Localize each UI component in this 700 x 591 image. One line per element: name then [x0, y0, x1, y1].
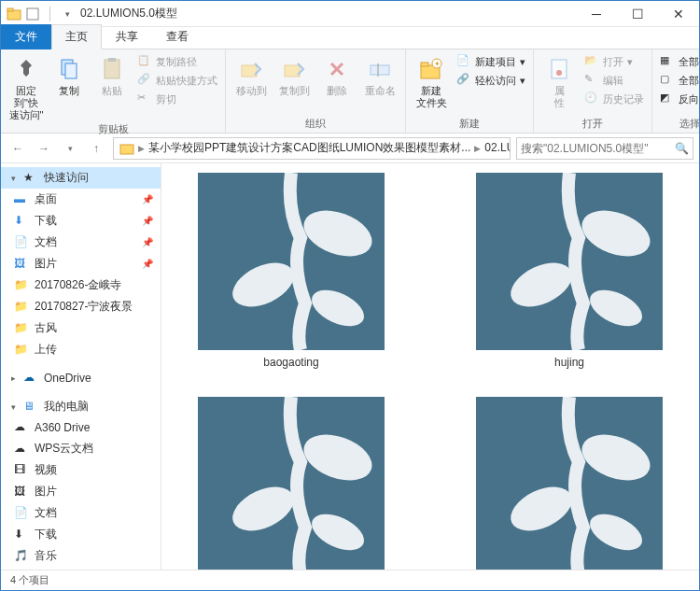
sidebar-documents2[interactable]: 📄文档: [1, 502, 161, 524]
paste-shortcut-button[interactable]: 🔗粘贴快捷方式: [135, 72, 219, 89]
window-title: 02.LUMION5.0模型: [80, 6, 177, 21]
easyaccess-icon: 🔗: [456, 73, 471, 88]
sidebar-quick-access[interactable]: ▾★快速访问: [1, 167, 161, 189]
copy-button[interactable]: 复制: [49, 51, 89, 97]
copyto-button[interactable]: 复制到: [274, 51, 314, 97]
folder-thumbnail: [476, 397, 663, 570]
tab-file[interactable]: 文件: [1, 24, 51, 49]
organize-group-label: 组织: [231, 117, 399, 133]
sidebar-folder3[interactable]: 📁古风: [1, 317, 161, 339]
sidebar-wps[interactable]: ☁WPS云文档: [1, 438, 161, 459]
easyaccess-button[interactable]: 🔗轻松访问 ▾: [455, 72, 527, 89]
history-button[interactable]: 🕘历史记录: [582, 91, 646, 107]
svg-point-16: [556, 70, 562, 76]
open-button[interactable]: 📂打开 ▾: [582, 53, 646, 70]
breadcrumb[interactable]: ▶ 某小学校园PPT建筑设计方案CAD图纸LUMION效果图模型素材... ▶ …: [113, 137, 511, 160]
sidebar-desktop[interactable]: ▬桌面📌: [1, 189, 161, 210]
cloud-icon: ☁: [14, 442, 29, 457]
sidebar-desktop2[interactable]: ▬桌面: [1, 567, 161, 570]
sidebar-a360[interactable]: ☁A360 Drive: [1, 417, 161, 438]
sidebar-downloads2[interactable]: ⬇下载: [1, 524, 161, 545]
maximize-button[interactable]: ☐: [617, 1, 658, 27]
folder-icon: 📁: [14, 278, 29, 293]
pin-quickaccess-button[interactable]: 固定到"快 速访问": [7, 51, 46, 122]
tab-share[interactable]: 共享: [102, 24, 152, 49]
tab-view[interactable]: 查看: [152, 24, 203, 49]
breadcrumb-seg1[interactable]: 某小学校园PPT建筑设计方案CAD图纸LUMION效果图模型素材...: [147, 140, 472, 156]
ribbon-tabs: 文件 主页 共享 查看: [1, 27, 699, 49]
minimize-button[interactable]: ─: [576, 1, 617, 27]
svg-rect-7: [242, 65, 257, 77]
selectall-button[interactable]: ▦全部选择: [658, 53, 700, 70]
path-icon: 📋: [137, 54, 152, 69]
search-box[interactable]: 🔍: [516, 137, 693, 160]
sidebar-pictures2[interactable]: 🖼图片: [1, 481, 161, 502]
folder-thumbnail: [198, 173, 385, 350]
svg-point-26: [306, 507, 370, 557]
chevron-right-icon[interactable]: ▶: [472, 144, 483, 153]
delete-button[interactable]: 删除: [317, 51, 357, 97]
sidebar-folder4[interactable]: 📁上传: [1, 339, 161, 360]
folder-item[interactable]: baogaoting: [198, 173, 385, 369]
folder-item[interactable]: tushuguan: [198, 397, 385, 570]
document-icon: 📄: [14, 235, 29, 250]
pin-icon: 📌: [142, 259, 153, 269]
sidebar-music[interactable]: 🎵音乐: [1, 545, 161, 567]
invertsel-button[interactable]: ◩反向选择: [658, 91, 700, 107]
svg-rect-8: [285, 65, 300, 77]
breadcrumb-root[interactable]: [118, 141, 136, 156]
qat-dropdown-icon[interactable]: ▾: [60, 7, 75, 21]
sidebar-thispc[interactable]: ▾🖥我的电脑: [1, 396, 161, 417]
sidebar-folder2[interactable]: 📁20170827-宁波夜景: [1, 296, 161, 317]
picture-icon: 🖼: [14, 257, 29, 272]
new-group-label: 新建: [412, 117, 527, 133]
sidebar-pictures[interactable]: 🖼图片📌: [1, 253, 161, 274]
nav-up-button[interactable]: ↑: [85, 137, 107, 160]
ribbon: 固定到"快 速访问" 复制 粘贴 📋复制路径 🔗粘贴快捷方式 ✂剪切 剪贴板 移…: [1, 49, 699, 134]
selectall-icon: ▦: [660, 54, 675, 69]
rename-icon: [366, 55, 394, 83]
tab-home[interactable]: 主页: [51, 24, 102, 49]
svg-text:✦: ✦: [434, 60, 441, 68]
moveto-icon: [237, 55, 265, 83]
folder-thumbnail: [198, 397, 385, 570]
svg-rect-4: [65, 63, 77, 78]
newfolder-button[interactable]: ✦ 新建 文件夹: [412, 51, 451, 109]
content-pane[interactable]: baogaoting hujing tushuguan yundonghui: [161, 163, 699, 570]
chevron-right-icon[interactable]: ▶: [136, 144, 147, 153]
pin-icon: 📌: [142, 237, 153, 247]
rename-button[interactable]: 重命名: [360, 51, 399, 97]
svg-point-24: [226, 478, 301, 540]
qat-props-icon[interactable]: [25, 7, 40, 21]
sidebar-videos[interactable]: 🎞视频: [1, 459, 161, 481]
close-button[interactable]: ✕: [658, 1, 699, 27]
breadcrumb-seg2[interactable]: 02.LUMION5.0模型: [483, 140, 511, 156]
svg-rect-1: [7, 8, 13, 11]
paste-button[interactable]: 粘贴: [92, 51, 132, 97]
nav-forward-button[interactable]: →: [33, 137, 55, 160]
newfolder-icon: ✦: [417, 55, 445, 83]
svg-rect-9: [371, 65, 389, 75]
sidebar-folder1[interactable]: 📁20170826-金峨寺: [1, 274, 161, 296]
nav-recent-button[interactable]: ▾: [59, 137, 81, 160]
folder-icon: [7, 7, 21, 21]
newitem-button[interactable]: 📄新建项目 ▾: [455, 53, 527, 70]
folder-item[interactable]: hujing: [476, 173, 663, 369]
svg-rect-6: [108, 58, 116, 62]
sidebar-documents[interactable]: 📄文档📌: [1, 232, 161, 253]
properties-button[interactable]: 属 性: [539, 51, 579, 109]
moveto-button[interactable]: 移动到: [231, 51, 271, 97]
cut-button[interactable]: ✂剪切: [135, 91, 219, 107]
sidebar-downloads[interactable]: ⬇下载📌: [1, 210, 161, 232]
pc-icon: 🖥: [23, 400, 38, 415]
search-icon[interactable]: 🔍: [675, 142, 689, 155]
copy-path-button[interactable]: 📋复制路径: [135, 53, 219, 70]
folder-thumbnail: [476, 173, 663, 350]
nav-back-button[interactable]: ←: [7, 137, 29, 160]
edit-button[interactable]: ✎编辑: [582, 72, 646, 89]
search-input[interactable]: [521, 142, 675, 155]
selectnone-button[interactable]: ▢全部取消: [658, 72, 700, 89]
folder-item[interactable]: yundonghui: [476, 397, 663, 570]
sidebar-onedrive[interactable]: ▸☁OneDrive: [1, 368, 161, 388]
delete-icon: [323, 55, 351, 83]
